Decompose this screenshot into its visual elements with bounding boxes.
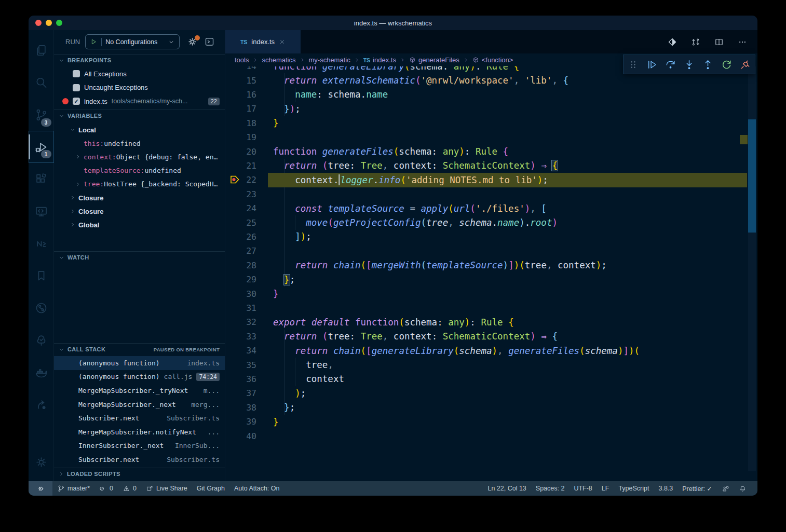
live-share-activity-activity-item[interactable] <box>29 388 53 420</box>
status-item-warnings[interactable]: 0 <box>118 481 141 496</box>
code-line[interactable]: 23 <box>225 187 757 201</box>
stack-frame-row[interactable]: Subscriber.nextSubscriber.ts <box>54 453 225 467</box>
drag-handle[interactable] <box>627 59 639 71</box>
line-number[interactable]: 38 <box>225 401 256 415</box>
breakpoint-checkbox[interactable] <box>73 84 80 91</box>
code-line[interactable]: 18} <box>225 116 757 130</box>
code-editor[interactable]: 14function generateLibrary(schema: any):… <box>225 66 757 481</box>
stack-frame-row[interactable]: MergeMapSubscriber.notifyNext... <box>54 425 225 439</box>
explorer-activity-item[interactable] <box>29 34 53 66</box>
breakpoint-checkbox[interactable]: ✓ <box>73 98 80 105</box>
code-line[interactable]: 35 tree, <box>225 358 757 372</box>
code-line[interactable]: 15 return externalSchematic('@nrwl/works… <box>225 73 757 87</box>
code-line[interactable]: 28 return chain([mergeWith(templateSourc… <box>225 258 757 272</box>
variable-row[interactable]: Closure <box>54 191 225 204</box>
continue-button[interactable] <box>646 59 658 71</box>
status-item-ts-version[interactable]: 3.8.3 <box>654 481 677 496</box>
status-item-eol[interactable]: LF <box>597 481 614 496</box>
test-explorer-activity-item[interactable] <box>29 324 53 356</box>
line-number[interactable]: 23 <box>225 187 256 201</box>
code-line[interactable]: 24 const templateSource = apply(url('./f… <box>225 201 757 215</box>
code-line[interactable]: 39} <box>225 415 757 429</box>
line-number[interactable]: 21 <box>225 159 256 173</box>
code-line[interactable]: 17 }); <box>225 102 757 116</box>
stack-frame-row[interactable]: MergeMapSubscriber._tryNextm... <box>54 384 225 398</box>
line-number[interactable]: 30 <box>225 287 256 301</box>
line-number[interactable]: 36 <box>225 372 256 386</box>
restart-button[interactable] <box>721 59 733 71</box>
debug-console-button[interactable] <box>204 36 215 47</box>
variable-row[interactable]: context: Object {debug: false, en… <box>54 150 225 163</box>
code-line[interactable]: 21 return (tree: Tree, context: Schemati… <box>225 159 757 173</box>
code-line[interactable]: 16 name: schema.name <box>225 88 757 102</box>
code-line[interactable]: 30} <box>225 287 757 301</box>
line-number[interactable]: 31 <box>225 301 256 315</box>
code-line[interactable]: 40 <box>225 429 757 443</box>
status-item-indentation[interactable]: Spaces: 2 <box>531 481 570 496</box>
line-number[interactable]: 37 <box>225 386 256 400</box>
remote-explorer-activity-item[interactable] <box>29 195 53 227</box>
step-over-button[interactable] <box>665 59 676 71</box>
bookmarks-activity-item[interactable] <box>29 260 53 292</box>
code-line[interactable]: 38 }; <box>225 401 757 415</box>
code-line[interactable]: 32export default function(schema: any): … <box>225 315 757 329</box>
status-item-language-mode[interactable]: TypeScript <box>614 481 654 496</box>
stack-frame-row[interactable]: Subscriber.nextSubscriber.ts <box>54 411 225 425</box>
line-number[interactable]: 24 <box>225 201 256 215</box>
stack-frame-row[interactable]: MergeMapSubscriber._nextmerg... <box>54 398 225 412</box>
status-item-prettier[interactable]: Prettier: ✓ <box>677 481 717 496</box>
extensions-activity-item[interactable] <box>29 163 53 195</box>
close-window-button[interactable] <box>35 20 42 26</box>
breadcrumb-item-myschematic[interactable]: my-schematic <box>309 56 350 64</box>
code-line[interactable]: 26 ]); <box>225 230 757 244</box>
zoom-window-button[interactable] <box>56 20 62 26</box>
search-activity-item[interactable] <box>29 66 53 99</box>
stack-frame-row[interactable]: InnerSubscriber._nextInnerSub... <box>54 439 225 453</box>
status-item-notifications[interactable] <box>734 481 751 496</box>
breadcrumb-item-schematics[interactable]: schematics <box>262 56 295 64</box>
variable-row[interactable]: Global <box>54 218 225 231</box>
breadcrumb-item-tools[interactable]: tools <box>235 56 249 64</box>
status-item-encoding[interactable]: UTF-8 <box>569 481 597 496</box>
stack-frame-row[interactable]: (anonymous function)call.js74:24 <box>54 370 225 384</box>
code-line[interactable]: 19 <box>225 130 757 144</box>
debug-breakpoint-arrow-icon[interactable] <box>229 174 240 185</box>
source-control-activity-item[interactable]: 3 <box>29 99 53 131</box>
breakpoint-row[interactable]: Uncaught Exceptions <box>54 81 225 94</box>
step-out-button[interactable] <box>702 59 714 71</box>
line-number[interactable]: 29 <box>225 272 256 287</box>
line-number[interactable]: 26 <box>225 230 256 244</box>
launch-config-dropdown[interactable]: No Configurations <box>85 34 180 49</box>
variable-row[interactable]: tree: HostTree {_backend: ScopedH… <box>54 178 225 191</box>
code-line[interactable]: 25 move(getProjectConfig(tree, schema.na… <box>225 215 757 229</box>
disconnect-button[interactable] <box>739 59 751 71</box>
variables-section-header[interactable]: VARIABLES <box>54 110 225 121</box>
status-item-git-graph[interactable]: Git Graph <box>192 481 229 496</box>
line-number[interactable]: 35 <box>225 358 256 372</box>
close-tab-icon[interactable] <box>279 38 286 45</box>
tab-index-ts[interactable]: TS index.ts <box>225 30 301 53</box>
split-editor-button[interactable] <box>714 37 724 47</box>
variable-row[interactable]: this: undefined <box>54 137 225 150</box>
line-number[interactable]: 39 <box>225 415 256 429</box>
line-number[interactable]: 17 <box>225 102 256 116</box>
breadcrumb-item-generatefiles[interactable]: generateFiles <box>409 56 459 64</box>
run-debug-activity-item[interactable]: 1 <box>29 131 54 163</box>
line-number[interactable]: 19 <box>225 130 256 144</box>
start-debug-icon[interactable] <box>90 38 98 46</box>
open-changes-button[interactable] <box>668 37 677 47</box>
line-number[interactable]: 16 <box>225 88 256 102</box>
line-number[interactable]: 14 <box>225 66 256 73</box>
code-line[interactable]: 29 }; <box>225 272 757 287</box>
breakpoints-section-header[interactable]: BREAKPOINTS <box>54 54 225 66</box>
watch-section-header[interactable]: WATCH <box>54 251 225 263</box>
settings-gear-activity-item[interactable] <box>29 446 53 478</box>
line-number[interactable]: 15 <box>225 73 256 87</box>
line-number[interactable]: 33 <box>225 330 256 344</box>
status-item-errors[interactable]: 0 <box>94 481 118 496</box>
status-item-auto-attach[interactable]: Auto Attach: On <box>229 481 284 496</box>
variable-row[interactable]: Local <box>54 123 225 137</box>
loaded-scripts-section-header[interactable]: LOADED SCRIPTS <box>54 468 225 480</box>
gitlens-activity-item[interactable] <box>29 292 53 324</box>
line-number[interactable]: 40 <box>225 429 256 443</box>
